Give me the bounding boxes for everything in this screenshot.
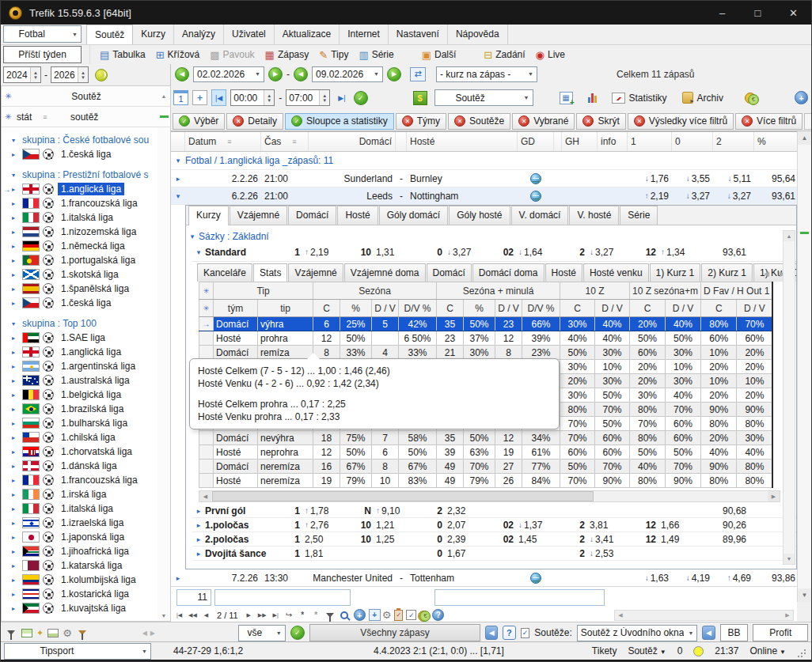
transfer-icon[interactable]: ⇄ [410, 67, 426, 81]
sport-select[interactable]: Fotbal ▼ [3, 25, 82, 43]
fast-back-button[interactable]: ◀◀ [187, 609, 199, 621]
subtab-vzajemne[interactable]: Vzájemné [288, 263, 343, 282]
odds-mode-select[interactable]: - kurz na zápas - ▼ [436, 66, 537, 82]
filter-tab-vice-filtru[interactable]: ✕Více filtrů [735, 113, 803, 130]
clipboard-icon[interactable] [394, 610, 403, 621]
bet-row-dvojita-sance[interactable]: ▸Dvojitá šance11,8101,672↓2,53 [192, 547, 796, 561]
all-matches-button[interactable]: Všechny zápasy [309, 624, 480, 641]
fast-forward-button[interactable]: ▶▶ [256, 609, 268, 621]
column-header-gh[interactable]: GH [562, 132, 598, 151]
filter-tab-tymy[interactable]: ✕Týmy [396, 113, 446, 130]
detail-vertical-scrollbar[interactable]: ▲ ▼ [783, 230, 795, 565]
detail-tab-vzajemne[interactable]: Vzájemné [230, 206, 287, 225]
detail-tab-domaci[interactable]: Domácí [288, 206, 336, 225]
split-panel-icon[interactable] [21, 629, 32, 637]
sidebar-item-1-danska-liga[interactable]: ▸1.dánská liga [2, 459, 157, 473]
menu-tab-aktualizace[interactable]: Aktualizace [275, 25, 340, 44]
sidebar-item-1-irska-liga[interactable]: ▸1.irská liga [2, 487, 157, 501]
subtab-kancelare[interactable]: Kanceláře [197, 263, 252, 282]
bets-section-row[interactable]: ▾ Sázky : Základní [186, 225, 796, 243]
sidebar-item-1-brazilska-liga[interactable]: ▸1.brazilská liga [2, 402, 157, 416]
sidebar-group-header[interactable]: ▾skupina : České fotbalové sou [2, 133, 157, 147]
subtab-2-kurz-1[interactable]: 2) Kurz 1 [701, 263, 753, 282]
filter-tab-vybrane[interactable]: ✕Vybrané [512, 113, 575, 130]
subtab-domaci-doma[interactable]: Domácí doma [472, 263, 544, 282]
sidebar-item-1-bulharska-liga[interactable]: ▸1.bulharská liga [2, 416, 157, 430]
toolbar-button-pavouk[interactable]: ▩Pavouk [210, 49, 254, 60]
profit-button[interactable]: Profit [753, 624, 808, 641]
scrollbar-thumb[interactable] [157, 115, 170, 118]
online-menu[interactable]: Online▼ [749, 645, 786, 656]
maximize-button[interactable]: □ [740, 1, 776, 25]
sidebar-group-header[interactable]: ▾skupina : Top 100 [2, 316, 157, 331]
toolbar-button-tipy[interactable]: ✎Tipy [319, 49, 348, 60]
sidebar-group-header[interactable]: ▾skupina : Prestižní fotbalové s [2, 168, 157, 182]
bb-button[interactable]: BB [720, 624, 749, 641]
date-to-prev-button[interactable]: ◀ [294, 67, 308, 81]
sidebar-item-1-anglicka-liga[interactable]: →▸1.anglická liga [2, 182, 157, 196]
money-icon[interactable]: $ [413, 91, 427, 105]
footer-nav-arrows[interactable]: ◀▶ [142, 630, 158, 637]
menu-tab-internet[interactable]: Internet [340, 25, 389, 44]
first-record-button[interactable]: |◀ [173, 609, 185, 621]
column-header-x[interactable] [171, 132, 185, 151]
stats-row[interactable]: Domácíremíza833%433%2130%823%50%30%60%30… [199, 346, 773, 360]
panel-icon[interactable] [47, 629, 59, 637]
bookmaker-select[interactable]: Tipsport ▼ [4, 643, 151, 660]
stats-row[interactable]: Domácínevýhra1875%758%3550%1234%70%60%80… [199, 431, 773, 445]
column-header-hoste[interactable]: Hosté [407, 132, 518, 151]
plus-icon[interactable]: + [795, 91, 808, 104]
standard-bet-row[interactable]: ▾Standard 1↑2,19101,310↓3,2702↓1,642↓3,2… [192, 243, 796, 262]
date-from-next-button[interactable]: ▶ [268, 67, 283, 81]
skip-start-button[interactable]: |◀ [211, 89, 226, 106]
bet-row-2-polocas[interactable]: ▸2.poločas12,50101,2502,39021,452↓3,4112… [192, 532, 796, 547]
filter-tab-detaily[interactable]: ✕Detaily [226, 113, 283, 130]
filter-icon[interactable] [326, 613, 334, 618]
subtab-hoste-venku[interactable]: Hosté venku [583, 263, 649, 282]
column-header-col[interactable]: % [754, 132, 799, 151]
expander-icon[interactable]: ▾ [171, 187, 185, 204]
column-header-1[interactable]: 1 [628, 132, 672, 151]
stats-horizontal-scrollbar[interactable]: ◀ ▶ [199, 490, 780, 502]
match-row-expanded[interactable]: ▾6.2.2621:00Leeds-Nottingham↑2,19↓3,27↓3… [171, 187, 799, 205]
apply-left-icon[interactable]: ◀ [702, 626, 715, 640]
sidebar-item-1-kostaricka-liga[interactable]: ▸1.kostarická liga [2, 587, 157, 601]
sidebar-item-1-jihoafricka-liga[interactable]: ▸1.jihoafrická liga [2, 544, 157, 558]
spinner-arrows-icon[interactable]: ▲▼ [319, 90, 329, 105]
confirm-check-icon[interactable]: ✓ [290, 626, 305, 640]
column-header-datum[interactable]: Datum≡ [185, 132, 261, 151]
sidebar-item-1-ceska-liga[interactable]: ▸1.česká liga [2, 147, 157, 161]
filter-tab-vyber[interactable]: ✓Výběr [173, 113, 225, 130]
gear-icon[interactable]: ⚙ [63, 627, 72, 639]
bet-row-1-polocas[interactable]: ▸1.poločas1↑2,76101,2102,0702↓1,3723,811… [192, 518, 796, 532]
apply-check-icon[interactable]: ✓ [354, 91, 368, 105]
sidebar-item-1-australska-liga[interactable]: ▸1.australská liga [2, 373, 157, 388]
competition-mode-select[interactable]: Soutěž ▼ [434, 89, 533, 106]
column-header-2[interactable]: 2 [713, 132, 754, 151]
expander-icon[interactable]: ▸ [171, 170, 185, 187]
menu-tab-nastaveni[interactable]: Nastavení [389, 25, 448, 44]
year-to-spinner[interactable]: 2026 ▲▼ [51, 66, 89, 83]
menu-tab-napoveda[interactable]: Nápověda [448, 25, 508, 44]
column-header-x[interactable] [554, 132, 562, 151]
scroll-up-icon[interactable]: ▲ [798, 131, 811, 145]
stats-row[interactable]: Hosténeremíza1979%1083%4979%2684%70%90%8… [199, 474, 773, 488]
stats-row[interactable]: →Domácívýhra625%542%3550%2366%30%40%20%4… [199, 317, 773, 331]
date-from-select[interactable]: 02.02.2026 ▼ [193, 66, 264, 82]
stats-row[interactable]: Domácíneremíza1667%867%4970%2777%50%70%4… [199, 460, 773, 474]
scroll-up-icon[interactable]: ▲ [784, 231, 795, 241]
sidebar-item-1-italska-liga[interactable]: ▸1.italská liga [2, 501, 157, 516]
stats-row[interactable]: Hosténeprohra1250%650%3963%1961%60%60%50… [199, 445, 773, 460]
sidebar-item-1-chorvatska-liga[interactable]: ▸1.chorvatská liga [2, 444, 157, 459]
spinner-arrows-icon[interactable]: ▲▼ [30, 67, 40, 82]
sidebar-item-1-spanelska-liga[interactable]: ▸1.španělská liga [2, 282, 157, 296]
subtab-stats[interactable]: Stats [253, 263, 287, 282]
toolbar-button-live[interactable]: ◉Live [536, 49, 565, 60]
column-header-stat[interactable]: stát≡ [15, 112, 64, 123]
calendar-icon[interactable]: 1 [173, 90, 188, 105]
sidebar-item-1-sae-liga[interactable]: ▸1.SAE liga [2, 331, 157, 345]
filter-badge-icon[interactable] [78, 630, 86, 635]
column-header-gd[interactable]: GD [518, 132, 554, 151]
menu-tab-soutez[interactable]: Soutěž [86, 25, 133, 44]
sidebar-item-1-ceska-liga[interactable]: ▸1.česká liga [2, 296, 157, 310]
